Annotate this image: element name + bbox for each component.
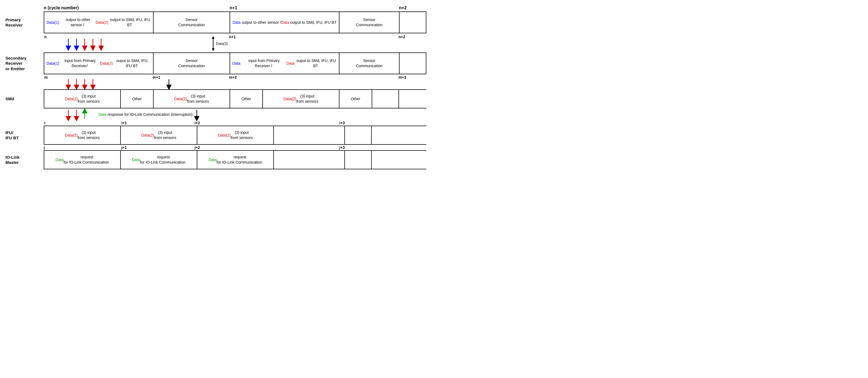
secondary-receiver-row: SecondaryReceiveror Emitter Data(1) inpu… <box>5 53 426 74</box>
smd-cell-3: Data(2)(3) inputfrom sensors <box>153 90 229 108</box>
sr-arrows-svg: m m+1 m+2 m+3 <box>44 74 426 89</box>
sr-cell-3: Data input from Primary Receiver /Data o… <box>229 53 339 74</box>
primary-receiver-label: PrimaryReceiver <box>5 11 44 33</box>
ifu-cell-4 <box>273 126 344 144</box>
sr-cell-1: Data(1) input from Primary Receiver/Data… <box>44 53 153 74</box>
iolm-cell-5 <box>344 151 372 169</box>
smd-cell-6: Other <box>339 90 372 108</box>
j-subheader: j j+1 j+2 j+3 <box>44 145 426 150</box>
ifu-cell-1: Data(2)(3) inputfrom sensors <box>44 126 120 144</box>
smd-cells: Data(2)(3) inputfrom sensors Other Data(… <box>44 89 426 108</box>
m-label: m <box>44 75 48 79</box>
secondary-receiver-label: SecondaryReceiveror Emitter <box>5 53 44 74</box>
smd-cell-1: Data(2)(3) inputfrom sensors <box>44 90 120 108</box>
ifu-cells: Data(2)(3) inputfrom sensors Data(2)(3) … <box>44 126 426 145</box>
smd-cell-4: Other <box>229 90 262 108</box>
iolm-cell-2: Data requestfor IO-Link Communication <box>120 151 197 169</box>
ifu-cell-2: Data(2)(3) inputfrom sensors <box>120 126 197 144</box>
iolink-master-label: IO-LinkMaster <box>5 150 44 169</box>
j2-label: j+2 <box>194 145 200 150</box>
pr-cell-1: Data(1) output to other sensor /Data(2) … <box>44 12 153 33</box>
n2-label: n+2 <box>399 35 405 39</box>
i2-label: i+2 <box>194 121 200 125</box>
pr-data3-down-arrow <box>212 48 215 51</box>
pr-data3-up-arrow <box>212 36 215 39</box>
ifu-label: IFU/IFU BT <box>5 126 44 145</box>
sr-cell-5 <box>399 53 426 74</box>
i1-label: i+1 <box>121 121 127 125</box>
primary-receiver-cells: Data(1) output to other sensor /Data(2) … <box>44 11 426 33</box>
iolm-cell-4 <box>273 151 344 169</box>
primary-receiver-row: PrimaryReceiver Data(1) output to other … <box>5 11 426 33</box>
pr-cell-4: SensorCommunication <box>339 12 399 33</box>
i3-label: i+3 <box>339 121 345 125</box>
j1-label: j+1 <box>121 145 127 150</box>
cycle-n-label: n (cycle number) <box>44 5 229 10</box>
j3-label: j+3 <box>339 145 345 150</box>
top-cycle-header: n (cycle number) n+1 n+2 <box>44 5 426 10</box>
cycle-n1-label: n+1 <box>229 5 399 10</box>
m3-label: m+3 <box>399 75 406 79</box>
iolm-cell-3: Data requestfor IO-Link Communication <box>197 151 273 169</box>
smd-cell-2: Other <box>120 90 153 108</box>
secondary-receiver-cells: Data(1) input from Primary Receiver/Data… <box>44 53 426 74</box>
m2-label: m+2 <box>229 75 237 79</box>
iolink-text: Data response for IO-Link Communication … <box>98 112 193 116</box>
data3-label: Data(3) <box>216 41 228 46</box>
ifu-cell-3: Data(2)(3) inputfrom sensors <box>197 126 273 144</box>
cycle-n2-label: n+2 <box>399 5 426 10</box>
pr-cell-2: SensorCommunication <box>153 12 229 33</box>
iolink-between-area: Data response for IO-Link Communication … <box>44 108 426 121</box>
sr-cell-2: SensorCommunication <box>153 53 229 74</box>
sr-arrows-area: m m+1 m+2 m+3 <box>44 74 426 89</box>
smd-row: SMd Data(2)(3) inputfrom sensors Other D… <box>5 89 426 108</box>
iolink-arrows-svg: Data response for IO-Link Communication … <box>44 108 426 121</box>
smd-cell-7 <box>372 90 399 108</box>
iolink-master-row: IO-LinkMaster Data requestfor IO-Link Co… <box>5 150 426 169</box>
timing-diagram: n (cycle number) n+1 n+2 PrimaryReceiver… <box>5 5 426 169</box>
ifu-cell-5 <box>344 126 372 144</box>
smd-cell-5: Data(2)(3) inputfrom sensors <box>262 90 339 108</box>
m1-label: m+1 <box>153 75 160 79</box>
n-label: n <box>44 35 47 39</box>
iolm-cell-1: Data requestfor IO-Link Communication <box>44 151 120 169</box>
n1-label: n+1 <box>229 35 236 39</box>
iolink-master-cells: Data requestfor IO-Link Communication Da… <box>44 150 426 169</box>
pr-arrows-area: n n+1 n+2 Data(3) <box>44 33 426 53</box>
pr-arrows-svg: n n+1 n+2 Data(3) <box>44 33 426 53</box>
j-label: j <box>44 145 45 150</box>
ifu-subheader: i i+1 i+2 i+3 <box>44 121 426 125</box>
smd-label: SMd <box>5 89 44 108</box>
sr-cell-4: SensorCommunication <box>339 53 399 74</box>
ifu-row: IFU/IFU BT Data(2)(3) inputfrom sensors … <box>5 126 426 145</box>
pr-cell-3: Data output to other sensor /Data output… <box>229 12 339 33</box>
i-label: i <box>44 121 45 125</box>
pr-cell-5 <box>399 12 426 33</box>
